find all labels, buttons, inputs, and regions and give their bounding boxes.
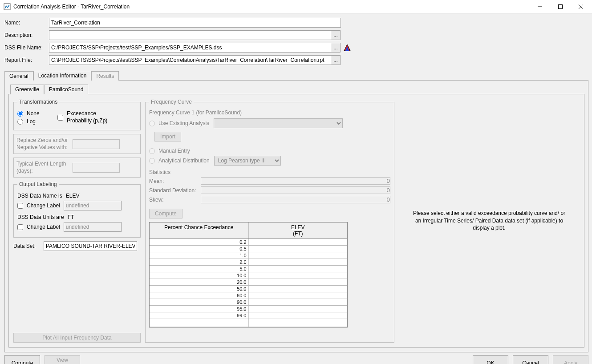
tab-results: Results <box>91 71 119 81</box>
transform-exceedance-checkbox[interactable]: Exceedance Probability (p,Zp) <box>57 110 120 124</box>
compute-button[interactable]: Compute <box>4 355 40 364</box>
transform-none-radio[interactable]: None <box>17 110 57 117</box>
typical-event-box: Typical Event Length (days): <box>13 158 141 178</box>
cancel-button[interactable]: Cancel <box>513 355 548 364</box>
ok-button[interactable]: OK <box>473 355 508 364</box>
col-percent-chance: Percent Chance Exceedance <box>150 222 249 239</box>
dssfile-browse-button[interactable]: … <box>331 43 341 53</box>
mean-field <box>201 177 390 185</box>
table-row[interactable]: 99.0 <box>150 312 347 319</box>
description-expand-button[interactable]: … <box>331 30 341 40</box>
tab-panel: Greenville PamlicoSound Transformations … <box>4 80 588 352</box>
maximize-button[interactable] <box>550 0 571 13</box>
dss-units-value: FT <box>68 214 74 220</box>
manual-entry-radio: Manual Entry <box>149 148 390 154</box>
dss-name-value: ELEV <box>66 193 80 199</box>
compute-stats-button: Compute <box>149 209 182 218</box>
table-row[interactable]: 0.2 <box>150 239 347 246</box>
table-row[interactable]: 1.0 <box>150 252 347 259</box>
skew-field <box>201 196 390 203</box>
table-row[interactable]: 20.0 <box>150 279 347 286</box>
name-label: Name: <box>4 20 49 26</box>
plot-placeholder-message: Please select either a valid exceedance … <box>399 210 580 232</box>
tab-general[interactable]: General <box>4 71 33 81</box>
table-row[interactable]: 90.0 <box>150 299 347 306</box>
replace-zeros-label: Replace Zeros and/or Negative Values wit… <box>16 137 70 151</box>
mean-label: Mean: <box>149 178 201 184</box>
change-name-label-field <box>64 201 122 210</box>
skew-label: Skew: <box>149 197 201 203</box>
dssfile-label: DSS File Name: <box>4 44 49 51</box>
change-units-label-field <box>64 222 122 232</box>
analytical-distribution-radio: Analytical Distribution <box>149 158 210 164</box>
app-icon <box>4 3 11 10</box>
output-labeling-legend: Output Labeling <box>17 181 59 187</box>
view-report-button: View Report <box>45 355 80 364</box>
reportfile-field[interactable] <box>49 55 331 65</box>
table-row[interactable]: 50.0 <box>150 286 347 292</box>
typical-event-field <box>73 163 120 173</box>
svg-line-7 <box>579 4 583 9</box>
table-row[interactable]: 10.0 <box>150 272 347 279</box>
change-units-label-checkbox[interactable]: Change Label <box>17 224 60 230</box>
table-row[interactable]: 0.5 <box>150 246 347 252</box>
window-title: Correlation Analysis Editor - TarRiver_C… <box>13 4 530 10</box>
table-row[interactable]: 80.0 <box>150 292 347 299</box>
dataset-label: Data Set: <box>13 243 40 249</box>
subtab-greenville[interactable]: Greenville <box>10 85 44 94</box>
svg-rect-5 <box>559 4 563 8</box>
table-row[interactable]: 2.0 <box>150 259 347 266</box>
std-label: Standard Deviation: <box>149 187 201 194</box>
reportfile-browse-button[interactable]: … <box>331 55 341 65</box>
use-existing-analysis-combo <box>214 118 343 128</box>
plot-all-input-button[interactable]: Plot All Input Frequency Data <box>13 333 141 343</box>
description-label: Description: <box>4 32 49 38</box>
replace-zeros-box: Replace Zeros and/or Negative Values wit… <box>13 134 141 154</box>
name-field[interactable] <box>49 18 341 28</box>
distribution-combo: Log Pearson type III <box>214 156 281 166</box>
col-elev: ELEV(FT) <box>249 222 348 239</box>
dss-units-are-label: DSS Data Units are <box>17 214 64 220</box>
use-existing-analysis-radio: Use Existing Analysis <box>149 120 209 126</box>
subtab-pamlicosound[interactable]: PamlicoSound <box>44 85 88 94</box>
dataset-field[interactable] <box>44 241 137 251</box>
plot-icon[interactable] <box>343 44 351 52</box>
table-row[interactable]: 5.0 <box>150 266 347 272</box>
statistics-label: Statistics <box>149 169 390 175</box>
reportfile-label: Report File: <box>4 57 49 63</box>
close-button[interactable] <box>571 0 591 13</box>
description-field[interactable] <box>49 30 331 40</box>
tab-location-information[interactable]: Location Information <box>33 71 92 81</box>
titlebar: Correlation Analysis Editor - TarRiver_C… <box>0 0 592 13</box>
dssfile-field[interactable] <box>49 43 331 53</box>
frequency-table[interactable]: Percent Chance Exceedance ELEV(FT) 0.20.… <box>149 222 348 328</box>
output-labeling-group: Output Labeling DSS Data Name is ELEV Ch… <box>13 181 141 238</box>
typical-event-label: Typical Event Length (days): <box>16 161 70 174</box>
transformations-group: Transformations None Log Exceedance Prob… <box>13 99 141 130</box>
replace-zeros-field <box>73 139 120 149</box>
frequency-curve-group: Frequency Curve Frequency Curve 1 (for P… <box>145 99 394 343</box>
change-name-label-checkbox[interactable]: Change Label <box>17 202 60 209</box>
svg-line-6 <box>579 4 583 9</box>
import-button: Import <box>154 132 181 142</box>
minimize-button[interactable] <box>530 0 550 13</box>
apply-button: Apply <box>553 355 588 364</box>
dss-name-is-label: DSS Data Name is <box>17 193 62 199</box>
frequency-curve-legend: Frequency Curve <box>149 99 194 105</box>
transformations-legend: Transformations <box>17 99 59 105</box>
table-row[interactable]: 95.0 <box>150 306 347 312</box>
frequency-curve-1-label: Frequency Curve 1 (for PamlicoSound) <box>149 109 390 116</box>
transform-log-radio[interactable]: Log <box>17 118 57 125</box>
std-field <box>201 186 390 194</box>
